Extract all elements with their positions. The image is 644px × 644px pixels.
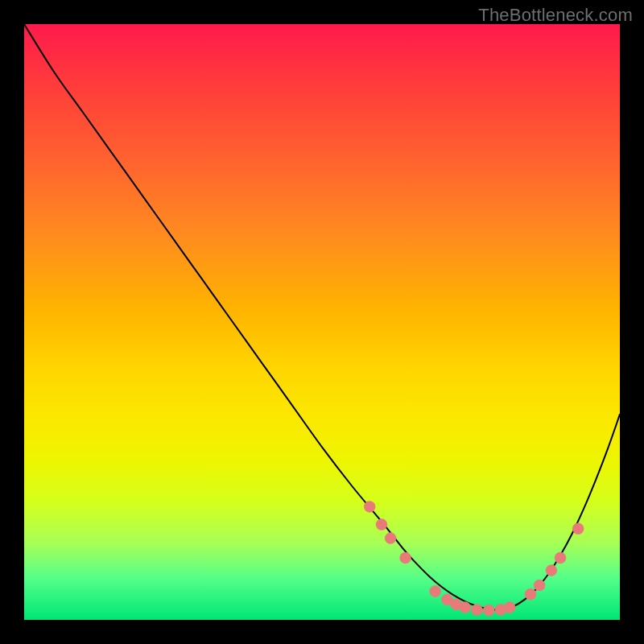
marker-group <box>364 501 584 616</box>
bottleneck-curve <box>24 24 620 610</box>
marker-point <box>430 585 441 597</box>
marker-point <box>572 523 584 535</box>
marker-point <box>525 588 536 600</box>
plot-frame <box>24 24 620 620</box>
marker-point <box>460 601 471 613</box>
marker-point <box>483 605 494 616</box>
marker-point <box>400 552 411 564</box>
marker-point <box>555 552 566 564</box>
marker-point <box>504 601 515 613</box>
marker-point <box>385 533 396 544</box>
marker-point <box>534 580 545 591</box>
plot-svg <box>24 24 620 620</box>
marker-point <box>364 501 375 512</box>
watermark-text: TheBottleneck.com <box>478 5 633 26</box>
marker-point <box>546 565 557 576</box>
marker-point <box>471 604 482 615</box>
marker-point <box>376 519 387 530</box>
